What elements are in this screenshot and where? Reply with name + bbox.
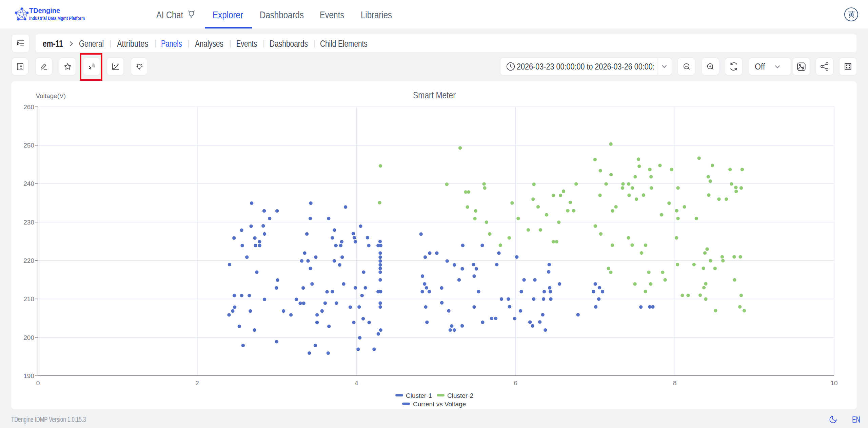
svg-text:Voltage(V): Voltage(V) <box>36 92 66 99</box>
svg-text:220: 220 <box>23 257 34 264</box>
svg-text:Current vs Voltage: Current vs Voltage <box>413 401 466 408</box>
svg-text:210: 210 <box>23 295 34 303</box>
svg-text:0: 0 <box>36 380 40 387</box>
svg-text:Cluster-2: Cluster-2 <box>447 392 473 399</box>
svg-text:2: 2 <box>195 380 199 387</box>
svg-text:6: 6 <box>514 380 518 387</box>
svg-text:240: 240 <box>23 180 34 187</box>
svg-text:4: 4 <box>355 380 358 387</box>
svg-text:8: 8 <box>673 380 677 387</box>
svg-text:230: 230 <box>23 219 34 226</box>
svg-text:250: 250 <box>23 142 34 149</box>
svg-text:Cluster-1: Cluster-1 <box>406 392 432 399</box>
svg-text:Smart Meter: Smart Meter <box>413 90 456 100</box>
svg-text:10: 10 <box>830 380 837 387</box>
svg-text:260: 260 <box>23 103 34 111</box>
svg-text:200: 200 <box>23 334 34 341</box>
svg-text:190: 190 <box>23 372 34 380</box>
